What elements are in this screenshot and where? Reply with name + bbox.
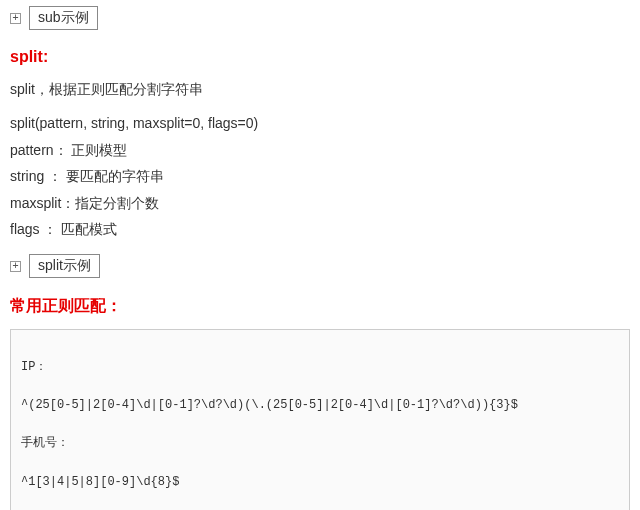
- split-heading: split:: [10, 48, 630, 66]
- expand-split-row: split示例: [10, 254, 630, 278]
- split-description: split，根据正则匹配分割字符串: [10, 78, 630, 100]
- param-string: string ： 要匹配的字符串: [10, 165, 630, 187]
- expand-split-label[interactable]: split示例: [29, 254, 100, 278]
- expand-icon[interactable]: [10, 13, 21, 24]
- param-flags: flags ： 匹配模式: [10, 218, 630, 240]
- split-signature: split(pattern, string, maxsplit=0, flags…: [10, 112, 630, 134]
- param-maxsplit: maxsplit：指定分割个数: [10, 192, 630, 214]
- param-pattern: pattern： 正则模型: [10, 139, 630, 161]
- code-line: ^(25[0-5]|2[0-4]\d|[0-1]?\d?\d)(\.(25[0-…: [21, 396, 619, 415]
- code-line: 手机号：: [21, 434, 619, 453]
- expand-sub-row: sub示例: [10, 6, 630, 30]
- expand-sub-label[interactable]: sub示例: [29, 6, 98, 30]
- expand-icon[interactable]: [10, 261, 21, 272]
- code-line: IP：: [21, 358, 619, 377]
- code-line: ^1[3|4|5|8][0-9]\d{8}$: [21, 473, 619, 492]
- common-regex-heading: 常用正则匹配：: [10, 296, 630, 317]
- regex-code-block: IP： ^(25[0-5]|2[0-4]\d|[0-1]?\d?\d)(\.(2…: [10, 329, 630, 510]
